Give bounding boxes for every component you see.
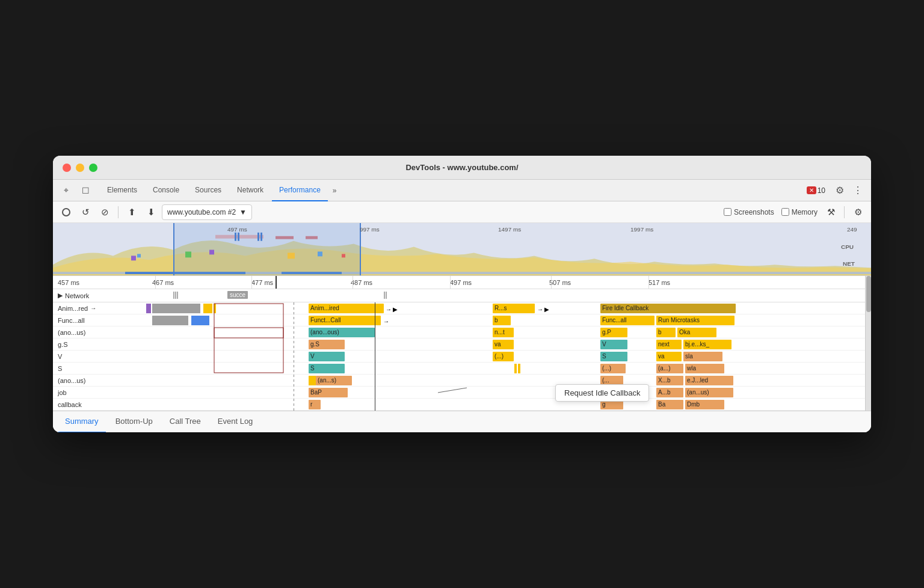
capture-settings-button[interactable]: ⚙ xyxy=(849,204,866,221)
ruler-label-4: 487 ms xyxy=(351,279,372,286)
paint-flashing-button[interactable]: ⚒ xyxy=(822,204,839,221)
device-icon: ☐ xyxy=(82,186,90,195)
b-cell-2[interactable]: b xyxy=(656,328,676,337)
next-cell[interactable]: next xyxy=(656,340,682,349)
anim-ired-cell[interactable]: Anim...ired xyxy=(309,304,384,313)
screenshots-checkbox[interactable] xyxy=(724,208,732,216)
paren-cell-4[interactable]: (...) xyxy=(493,352,514,361)
aparen-cell-5[interactable]: (a...) xyxy=(656,364,683,373)
svg-rect-7 xyxy=(173,223,360,275)
bjeks-cell[interactable]: bj.e...ks_ xyxy=(683,340,732,349)
download-icon: ⬇ xyxy=(147,207,155,218)
row-label-8: callback xyxy=(53,401,146,408)
vertical-scrollbar[interactable] xyxy=(865,276,871,411)
reload-icon: ↺ xyxy=(82,207,90,218)
tab-summary[interactable]: Summary xyxy=(58,411,106,433)
s-cell-4[interactable]: S xyxy=(600,352,627,361)
v-cell-3[interactable]: V xyxy=(600,340,627,349)
wla-cell[interactable]: wla xyxy=(685,364,724,373)
more-options-button[interactable]: ⋮ xyxy=(849,182,866,199)
r-cell[interactable]: r xyxy=(309,400,321,409)
ejled-cell[interactable]: e.J...led xyxy=(685,376,733,385)
b-cell-1[interactable]: b xyxy=(493,316,511,325)
fire-idle-callback-cell[interactable]: Fire Idle Callback xyxy=(600,304,736,313)
arrow-right-0: → xyxy=(386,306,392,313)
device-icon-button[interactable]: ☐ xyxy=(77,182,94,199)
download-profile-button[interactable]: ⬇ xyxy=(143,204,159,221)
ruler-label-6: 507 ms xyxy=(549,279,571,286)
memory-checkbox[interactable] xyxy=(781,208,789,216)
flame-row-3: g.S g.S va V next bj.e...ks_ xyxy=(53,338,871,351)
expand-network-button[interactable]: ▶ xyxy=(58,292,63,299)
func-all-cell[interactable]: Func...all xyxy=(600,316,654,325)
maximize-button[interactable] xyxy=(89,164,97,172)
ano-ous-cell[interactable]: (ano...ous) xyxy=(309,328,375,337)
flame-row-1: Func...all Funct...Call → b Func...all R… xyxy=(53,314,871,326)
capture-gear-icon: ⚙ xyxy=(854,207,862,218)
paren-cell-5[interactable]: (...) xyxy=(600,364,626,373)
upload-profile-button[interactable]: ⬆ xyxy=(123,204,140,221)
toolbar-divider-2 xyxy=(844,206,845,218)
tab-sources[interactable]: Sources xyxy=(188,180,229,201)
gp-cell[interactable]: g.P xyxy=(600,328,627,337)
row-content-1: Funct...Call → b Func...all Run Microtas… xyxy=(146,315,871,326)
window-controls xyxy=(63,164,97,172)
svg-text:997 ms: 997 ms xyxy=(360,226,380,233)
flame-row-7: job BaP Request Idle Callback a... A...b… xyxy=(53,387,871,399)
arrow-right-1: ▶ xyxy=(393,306,398,313)
gs-cell[interactable]: g.S xyxy=(309,340,345,349)
flame-row-4: V V (...) S va sla xyxy=(53,351,871,363)
tab-network[interactable]: Network xyxy=(230,180,271,201)
cursor-icon-button[interactable]: ⌖ xyxy=(58,182,75,199)
svg-rect-14 xyxy=(131,256,136,260)
bap-cell[interactable]: BaP xyxy=(309,388,348,397)
v-cell-4[interactable]: V xyxy=(309,352,345,361)
settings-icon-button[interactable]: ⚙ xyxy=(831,182,848,199)
cell-purple-0[interactable] xyxy=(146,304,151,313)
dmb-cell[interactable]: Dmb xyxy=(685,400,724,409)
va-cell-3[interactable]: va xyxy=(493,340,514,349)
run-microtasks-cell[interactable]: Run Microtasks xyxy=(656,316,735,325)
cursor-icon: ⌖ xyxy=(64,185,69,195)
timeline-overview[interactable]: 497 ms 997 ms 1497 ms 1997 ms 249 CPU NE… xyxy=(53,223,871,276)
scrollbar-thumb[interactable] xyxy=(866,276,871,312)
s-cell-5[interactable]: S xyxy=(309,364,345,373)
nt-cell[interactable]: n...t xyxy=(493,328,514,337)
clear-button[interactable]: ⊘ xyxy=(96,204,113,221)
row-content-5: S (...) (a...) wla xyxy=(146,363,871,374)
tab-elements[interactable]: Elements xyxy=(100,180,144,201)
tab-event-log[interactable]: Event Log xyxy=(211,411,260,433)
flame-row-5: S S (...) (a...) wla xyxy=(53,363,871,375)
svg-text:CPU: CPU xyxy=(841,244,854,251)
devtools-window: DevTools - www.youtube.com/ ⌖ ☐ Elements… xyxy=(53,156,871,432)
more-tabs-button[interactable]: » xyxy=(329,186,340,195)
ab-cell[interactable]: A...b xyxy=(656,388,683,397)
close-button[interactable] xyxy=(63,164,71,172)
tab-performance[interactable]: Performance xyxy=(272,180,328,201)
funct-call-arrow: → xyxy=(383,318,389,325)
minimize-button[interactable] xyxy=(76,164,84,172)
xb-cell[interactable]: X...b xyxy=(656,376,683,385)
memory-checkbox-group: Memory xyxy=(781,208,818,216)
reload-record-button[interactable]: ↺ xyxy=(77,204,94,221)
ans-cell[interactable]: (an...s) xyxy=(316,376,352,385)
row-label-4: V xyxy=(53,353,146,360)
tab-call-tree[interactable]: Call Tree xyxy=(162,411,208,433)
memory-label: Memory xyxy=(792,208,818,216)
sla-cell[interactable]: sla xyxy=(683,352,722,361)
va-cell-4[interactable]: va xyxy=(656,352,682,361)
bottom-tab-bar: Summary Bottom-Up Call Tree Event Log xyxy=(53,411,871,432)
svg-text:NET: NET xyxy=(843,260,855,267)
tab-bottom-up[interactable]: Bottom-Up xyxy=(108,411,160,433)
row-label-6: (ano...us) xyxy=(53,377,146,384)
funct-call-cell[interactable]: Funct...Call xyxy=(309,316,381,325)
record-button[interactable] xyxy=(58,204,75,221)
row-content-8: r g Ba Dmb xyxy=(146,399,871,410)
oka-cell[interactable]: Oka xyxy=(677,328,716,337)
url-selector[interactable]: www.youtube.com #2 ▼ xyxy=(162,204,252,220)
rs-cell[interactable]: R...s xyxy=(493,304,535,313)
devtools-content: ⌖ ☐ Elements Console Sources Network Per… xyxy=(53,180,871,432)
anus-cell[interactable]: (an...us) xyxy=(685,388,733,397)
ba-cell[interactable]: Ba xyxy=(656,400,683,409)
tab-console[interactable]: Console xyxy=(146,180,186,201)
